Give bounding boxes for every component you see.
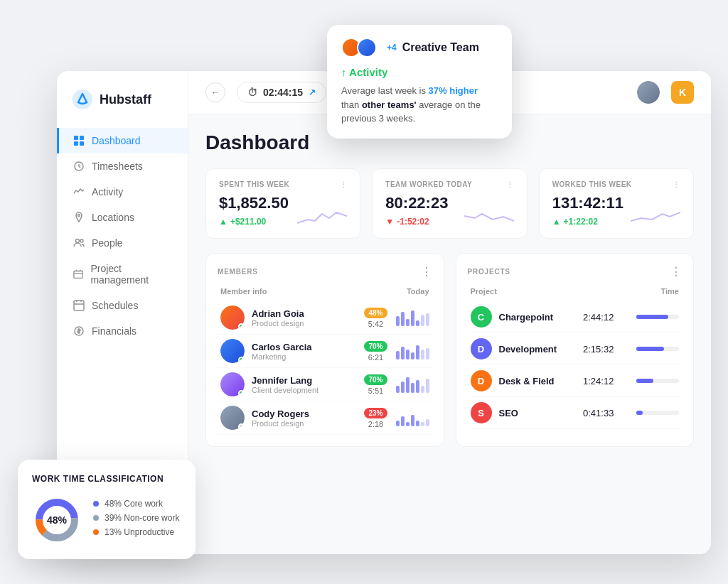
member-4-chart [396,409,429,426]
stat-spent-arrow: ▲ [219,217,228,227]
stat-spent-change: ▲ +$211.00 [219,217,289,227]
member-1-chart [396,309,429,326]
donut-label: 48% [47,514,67,526]
stat-worked-menu[interactable]: ⋮ [673,180,680,188]
legend-label-unproductive: 13% Unproductive [105,527,174,537]
bar [426,348,429,359]
wtc-title: WORK TIME CLASSIFICATION [32,474,181,484]
bar [421,422,424,426]
member-row-1[interactable]: Adrian Goia Product design 48% 5:42 [218,301,432,335]
legend-dot-noncore [93,515,99,521]
sidebar-item-people[interactable]: People [57,230,188,256]
avatar-stack [341,38,377,58]
sidebar-project-management-label: Project management [90,263,173,286]
stat-worked-change-val: +1:22:02 [564,217,598,227]
member-1-hours: 5:42 [368,320,383,328]
projects-panel-menu[interactable]: ⋮ [670,265,682,279]
schedules-icon [73,300,85,311]
member-row-3[interactable]: Jennifer Lang Client development 70% 5:5… [218,368,432,401]
project-3-bar-container [636,379,679,383]
bar [396,316,400,326]
svg-rect-4 [80,141,84,146]
member-4-role: Product design [252,419,355,428]
bar [411,415,414,426]
sidebar-item-dashboard[interactable]: Dashboard [57,128,188,153]
members-panel-title: MEMBERS [218,268,258,276]
svg-point-8 [80,239,83,242]
member-4-name: Cody Rogers [252,409,355,419]
wtc-legend: 48% Core work 39% Non-core work 13% Unpr… [93,499,179,541]
user-initial-badge[interactable]: K [671,81,694,104]
member-3-time: 70% 5:51 [364,374,387,395]
project-row-1[interactable]: C Chargepoint 2:44:12 [468,301,682,333]
sidebar-dashboard-label: Dashboard [92,135,141,146]
stat-team-value: 80:22:23 [385,194,448,212]
timer-display[interactable]: ⏱ 02:44:15 ↗ [237,82,326,103]
bar [406,319,410,326]
sidebar-locations-label: Locations [92,212,134,223]
stat-team-sparkline [464,205,514,227]
stat-worked-sparkline [631,205,680,227]
sidebar-item-timesheets[interactable]: Timesheets [57,153,188,179]
stat-card-team: TEAM WORKED TODAY ⋮ 80:22:23 ▼ -1:52:02 [372,168,527,239]
project-row-2[interactable]: D Development 2:15:32 [468,333,682,365]
stat-spent-label-text: SPENT THIS WEEK [219,180,289,188]
project-2-time: 2:15:32 [583,344,629,355]
main-content: ← ⏱ 02:44:15 ↗ K Dashboard SPENT THIS WE… [188,71,711,554]
bar [396,421,400,426]
stat-worked-value: 131:42:11 [552,194,623,212]
activity-icon [73,186,85,198]
bar [411,310,414,326]
sidebar-logo: Hubstaff [57,88,188,128]
people-icon [73,237,85,249]
stat-team-menu[interactable]: ⋮ [506,180,514,188]
svg-rect-1 [74,136,78,140]
project-3-name: Desk & Field [499,376,577,386]
member-3-name: Jennifer Lang [252,375,355,386]
member-2-status [238,357,245,363]
projects-col-time: Time [661,287,679,296]
member-1-info: Adrian Goia Product design [252,308,355,328]
activity-bold: other teams' [362,99,417,110]
bar [396,386,400,393]
members-panel-menu[interactable]: ⋮ [421,265,432,279]
back-button[interactable]: ← [205,82,225,102]
stat-spent-menu[interactable]: ⋮ [340,180,348,188]
sidebar-item-financials[interactable]: Financials [57,318,188,344]
sidebar-item-activity[interactable]: Activity [57,179,188,205]
sidebar-item-locations[interactable]: Locations [57,205,188,230]
projects-panel-title: PROJECTS [468,268,510,276]
member-2-hours: 6:21 [368,353,383,362]
member-2-time: 70% 6:21 [364,341,387,362]
activity-heading-text: ↑ Activity [341,66,387,78]
project-4-name: SEO [499,408,577,418]
bar [416,345,419,359]
sidebar-people-label: People [92,237,123,249]
legend-dot-core [93,501,99,507]
member-3-avatar [220,372,245,396]
legend-item-unproductive: 13% Unproductive [93,527,179,537]
timer-arrow-icon: ↗ [309,87,316,97]
sidebar-item-schedules[interactable]: Schedules [57,293,188,318]
project-4-bar [636,411,643,415]
member-row-4[interactable]: Cody Rogers Product design 23% 2:18 [218,401,432,435]
svg-point-7 [76,239,80,243]
member-2-avatar [220,339,245,363]
stats-row: SPENT THIS WEEK ⋮ $1,852.50 ▲ +$211.00 [205,168,694,239]
member-row-2[interactable]: Carlos Garcia Marketing 70% 6:21 [218,335,432,368]
project-3-circle: D [471,370,492,391]
project-2-bar-container [636,347,679,351]
timesheets-icon [73,161,85,172]
locations-icon [73,212,85,223]
member-3-status [238,390,245,396]
project-row-3[interactable]: D Desk & Field 1:24:12 [468,365,682,397]
member-2-chart [396,342,429,359]
sidebar-item-project-management[interactable]: Project management [57,256,188,293]
legend-item-core: 48% Core work [93,499,179,509]
member-1-status [238,323,245,330]
project-row-4[interactable]: S SEO 0:41:33 [468,397,682,429]
stat-spent-label: SPENT THIS WEEK ⋮ [219,180,347,188]
wtc-card: WORK TIME CLASSIFICATION 48% 48% Core wo… [18,460,196,559]
user-avatar[interactable] [637,81,660,104]
svg-rect-2 [80,136,84,140]
